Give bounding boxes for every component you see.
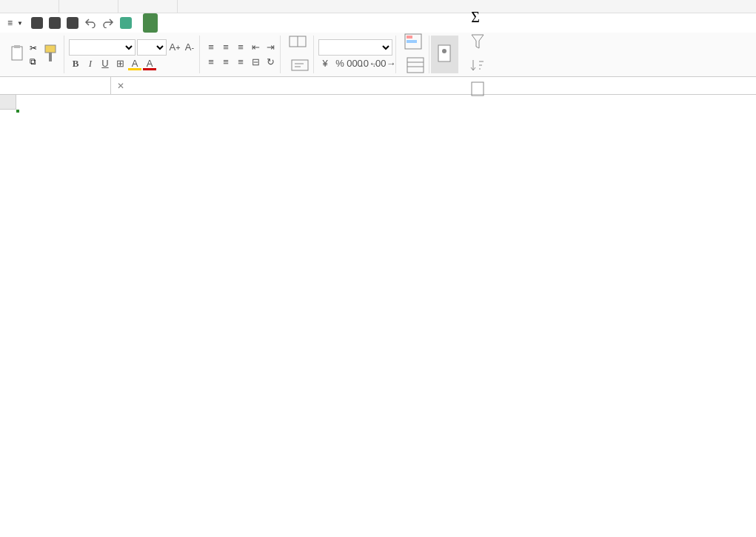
wrap-text-icon[interactable] — [290, 55, 310, 76]
title-tab[interactable] — [118, 0, 178, 13]
formula-bar: ✕ — [0, 77, 756, 95]
font-group: A+ A- B I U ⊞ A A — [66, 36, 200, 73]
font-size-select[interactable] — [137, 39, 167, 56]
svg-rect-2 — [45, 45, 56, 53]
tab-start[interactable] — [143, 13, 158, 33]
quick-print-icon[interactable] — [49, 17, 61, 29]
chevron-down-icon: ▼ — [17, 20, 23, 27]
format-painter-icon[interactable] — [40, 43, 61, 64]
copy-button[interactable]: ⧉ — [30, 56, 39, 67]
svg-rect-6 — [292, 60, 308, 70]
tab-data[interactable] — [202, 13, 217, 33]
filter-icon[interactable] — [467, 31, 488, 52]
undo-icon[interactable] — [84, 18, 96, 28]
hamburger-icon: ≡ — [7, 18, 13, 28]
cond-format-icon[interactable] — [403, 31, 424, 52]
tab-review[interactable] — [217, 13, 232, 33]
underline-button[interactable]: U — [98, 57, 112, 70]
merge-group — [282, 36, 314, 73]
title-tab[interactable] — [0, 0, 59, 13]
clipboard-group: ✂ ⧉ — [4, 36, 64, 73]
number-group: ¥ % 000 .0← .00→ — [315, 36, 396, 73]
svg-rect-1 — [14, 45, 20, 48]
name-box[interactable] — [0, 77, 111, 94]
font-name-select[interactable] — [69, 39, 136, 56]
title-bar — [0, 0, 756, 13]
border-button[interactable]: ⊞ — [113, 57, 127, 70]
file-menu[interactable]: ≡ ▼ — [3, 18, 27, 28]
edit-group: Σ — [460, 36, 491, 73]
quick-preview-icon[interactable] — [67, 17, 78, 29]
align-top-icon[interactable]: ≡ — [204, 41, 218, 54]
svg-rect-0 — [12, 47, 22, 60]
tab-dev-tools[interactable] — [261, 13, 276, 33]
paste-icon[interactable] — [7, 43, 28, 64]
indent-increase-icon[interactable]: ⇥ — [264, 41, 277, 54]
svg-rect-10 — [407, 58, 424, 73]
percent-icon[interactable]: % — [333, 57, 347, 70]
style-group — [398, 36, 429, 73]
svg-rect-15 — [472, 82, 484, 96]
doc-helper-group — [431, 36, 458, 73]
spreadsheet — [0, 95, 756, 537]
align-left-icon[interactable]: ≡ — [204, 56, 218, 69]
ribbon: ✂ ⧉ A+ A- B I U ⊞ A A — [0, 33, 756, 77]
sum-icon[interactable]: Σ — [465, 7, 486, 28]
merge-center-icon[interactable] — [287, 31, 308, 52]
decrease-decimal-icon[interactable]: .00→ — [378, 57, 391, 70]
tab-security[interactable] — [247, 13, 261, 33]
sort-icon[interactable] — [467, 55, 488, 76]
italic-button[interactable]: I — [84, 57, 97, 70]
main-tabs — [143, 13, 306, 33]
tab-doc-helper[interactable] — [291, 13, 306, 33]
indent-decrease-icon[interactable]: ⇤ — [249, 41, 262, 54]
svg-rect-9 — [407, 40, 417, 43]
format-icon[interactable] — [467, 79, 488, 99]
decrease-font-icon[interactable]: A- — [183, 41, 196, 54]
align-center-icon[interactable]: ≡ — [219, 56, 233, 69]
align-bottom-icon[interactable]: ≡ — [234, 41, 247, 54]
svg-rect-3 — [49, 53, 52, 61]
increase-font-icon[interactable]: A+ — [168, 41, 181, 54]
orientation-icon[interactable]: ↻ — [264, 56, 277, 69]
table-style-icon[interactable] — [405, 55, 426, 76]
tab-view[interactable] — [232, 13, 247, 33]
active-cell-indicator — [16, 110, 19, 113]
merge-split-icon[interactable]: ⊟ — [249, 56, 262, 69]
tab-feature[interactable] — [276, 13, 291, 33]
redo-icon[interactable] — [102, 18, 114, 28]
thousand-icon[interactable]: 000 — [348, 57, 361, 70]
bold-button[interactable]: B — [69, 57, 82, 70]
svg-point-14 — [442, 49, 446, 53]
doc-helper-icon[interactable] — [434, 43, 455, 64]
tab-insert[interactable] — [158, 13, 173, 33]
currency-icon[interactable]: ¥ — [318, 57, 332, 70]
align-right-icon[interactable]: ≡ — [234, 56, 247, 69]
fx-cancel-icon[interactable]: ✕ — [117, 81, 124, 91]
fill-color-button[interactable]: A — [128, 57, 141, 70]
cut-button[interactable]: ✂ — [30, 43, 39, 53]
align-middle-icon[interactable]: ≡ — [219, 41, 233, 54]
menu-bar: ≡ ▼ — [0, 13, 756, 33]
quick-save-icon[interactable] — [31, 17, 43, 29]
scissors-icon: ✂ — [30, 43, 37, 53]
title-tab[interactable] — [59, 0, 118, 13]
select-all-corner[interactable] — [0, 95, 16, 110]
alignment-group: ≡ ≡ ≡ ⇤ ⇥ ≡ ≡ ≡ ⊟ ↻ — [201, 36, 281, 73]
quick-wechat-icon[interactable] — [120, 17, 132, 29]
tab-formula[interactable] — [187, 13, 202, 33]
copy-icon: ⧉ — [30, 56, 36, 67]
tab-page-layout[interactable] — [173, 13, 187, 33]
font-color-button[interactable]: A — [143, 57, 156, 70]
svg-rect-8 — [407, 36, 412, 39]
number-format-select[interactable] — [318, 39, 392, 56]
